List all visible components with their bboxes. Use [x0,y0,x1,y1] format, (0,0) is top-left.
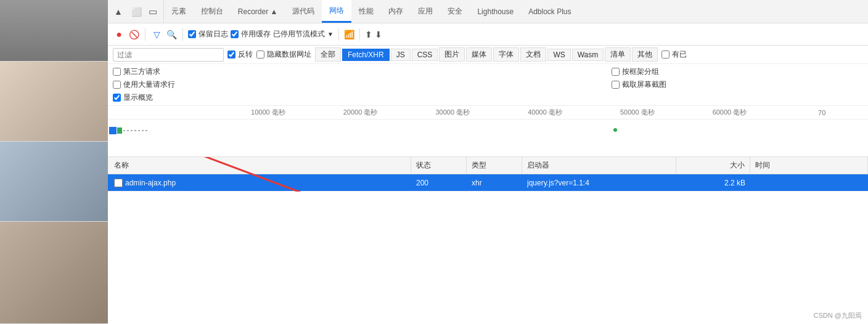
ruler-mark-1: 10000 毫秒 [222,108,314,117]
tab-network[interactable]: 网络 [322,0,351,23]
filter-btn-img[interactable]: 图片 [439,47,465,62]
tab-application[interactable]: 应用 [411,0,440,23]
inspect-icon[interactable]: ▭ [147,6,158,17]
third-party-option: 第三方请求 [113,67,365,77]
sidebar-thumb-1 [0,0,108,62]
filter-btn-font[interactable]: 字体 [493,47,519,62]
tab-source[interactable]: 源代码 [285,0,322,23]
filter-input[interactable] [113,48,224,62]
tab-security[interactable]: 安全 [440,0,470,23]
ruler-mark-3: 30000 毫秒 [406,108,499,117]
green-dot [613,128,617,132]
record-button[interactable]: ● [113,28,125,41]
hide-data-urls-checkbox[interactable]: 隐藏数据网址 [256,49,311,60]
tab-lighthouse[interactable]: Lighthouse [470,0,521,23]
tab-recorder[interactable]: Recorder ▲ [231,0,285,23]
top-nav: ▲ ⬜ ▭ 元素 控制台 Recorder ▲ 源代码 网络 性能 内存 应用 [108,0,868,23]
third-party-checkbox[interactable] [113,68,121,76]
filter-btn-media[interactable]: 媒体 [466,47,492,62]
large-rows-checkbox[interactable] [113,81,121,89]
bar-blue [109,127,117,134]
filter-btn-css[interactable]: CSS [412,49,438,61]
timeline-graph [108,119,868,156]
ruler-mark-2: 20000 毫秒 [314,108,407,117]
filter-button[interactable]: ▽ [150,28,163,41]
ruler-mark-6: 60000 毫秒 [684,108,776,117]
cursor-icon[interactable]: ⬜ [131,6,142,17]
filter-btn-fetch-xhr[interactable]: Fetch/XHR [342,49,390,61]
large-rows-option: 使用大量请求行 [113,79,365,90]
options-right-col: 按框架分组 截取屏幕截图 [365,67,864,103]
tab-console[interactable]: 控制台 [194,0,231,23]
filter-btn-js[interactable]: JS [391,49,411,61]
th-initiator: 启动器 [522,157,676,174]
nav-icon-group: ⬜ ▭ [126,0,164,23]
bar-green [117,128,122,134]
nav-arrow[interactable]: ▲ [110,7,126,17]
th-time: 时间 [750,157,868,174]
disable-cache-checkbox[interactable]: 停用缓存 [231,29,271,39]
filter-type-buttons: 全部 Fetch/XHR JS CSS 图片 媒体 字体 文档 WS Wasm … [315,47,687,62]
filter-btn-wasm[interactable]: Wasm [572,49,604,61]
td-time [750,174,868,191]
filter-btn-manifest[interactable]: 清单 [605,47,631,62]
network-table: 名称 状态 类型 启动器 大小 时间 admin-ajax.php 200 xh… [108,157,868,192]
filter-btn-doc[interactable]: 文档 [520,47,546,62]
group-by-frame-option: 按框架分组 [612,67,864,77]
has-blocked-checkbox[interactable]: 有已 [661,49,687,60]
tab-elements[interactable]: 元素 [164,0,194,23]
ruler-mark-7: 70 [776,109,868,116]
preserve-log-checkbox[interactable]: 保留日志 [188,29,228,39]
td-type: xhr [467,174,522,191]
screenshot-option: 截取屏幕截图 [612,79,864,90]
ruler-mark-4: 40000 毫秒 [499,108,591,117]
initiator-link[interactable]: jquery.js?ver=1.1:4 [527,179,589,187]
filter-btn-other[interactable]: 其他 [632,47,658,62]
tab-memory[interactable]: 内存 [381,0,411,23]
screenshot-checkbox[interactable] [612,81,620,89]
sidebar-thumb-3 [0,142,108,192]
td-status: 200 [411,174,467,191]
toolbar-sep-4 [359,28,360,41]
network-toolbar: ● 🚫 ▽ 🔍 保留日志 停用缓存 已停用节流模式 ▼ 📶 ⬆ ⬇ [108,23,868,46]
wifi-icon[interactable]: 📶 [344,30,354,39]
th-name: 名称 [109,157,411,174]
th-type: 类型 [467,157,522,174]
table-header: 名称 状态 类型 启动器 大小 时间 [108,157,868,174]
block-button[interactable]: 🚫 [128,28,140,41]
options-section: 第三方请求 使用大量请求行 显示概览 按框架分组 截取屏幕截图 [108,64,868,106]
invert-checkbox[interactable]: 反转 [227,49,253,60]
tab-adblock[interactable]: Adblock Plus [521,0,578,23]
options-left-col: 第三方请求 使用大量请求行 显示概览 [113,67,365,103]
toolbar-sep-1 [145,28,145,41]
sidebar-thumbnails [0,0,108,192]
toolbar-sep-3 [338,28,339,41]
th-status: 状态 [411,157,467,174]
filter-btn-ws[interactable]: WS [547,49,570,61]
table-row[interactable]: admin-ajax.php 200 xhr jquery.js?ver=1.1… [108,174,868,192]
download-icon[interactable]: ⬇ [375,30,382,39]
show-overview-option: 显示概览 [113,92,365,103]
upload-icon[interactable]: ⬆ [365,30,372,39]
bar-dotted [123,130,148,131]
throttle-select[interactable]: 已停用节流模式 ▼ [273,29,334,39]
td-size: 2.2 kB [676,174,750,191]
devtools-panel: ▲ ⬜ ▭ 元素 控制台 Recorder ▲ 源代码 网络 性能 内存 应用 [108,0,868,192]
group-by-frame-checkbox[interactable] [612,68,620,76]
search-button[interactable]: 🔍 [165,28,178,41]
filter-row: 反转 隐藏数据网址 全部 Fetch/XHR JS CSS 图片 媒体 字体 文… [108,46,868,64]
sidebar-thumb-2 [0,62,108,142]
toolbar-sep-2 [182,28,183,41]
tab-performance[interactable]: 性能 [351,0,381,23]
timeline-section: 10000 毫秒 20000 毫秒 30000 毫秒 40000 毫秒 5000… [108,106,868,157]
th-size: 大小 [676,157,750,174]
timeline-ruler: 10000 毫秒 20000 毫秒 30000 毫秒 40000 毫秒 5000… [108,106,868,119]
show-overview-checkbox[interactable] [113,94,121,102]
filter-btn-all[interactable]: 全部 [315,47,341,62]
row-checkbox[interactable] [114,179,123,187]
ruler-mark-5: 50000 毫秒 [591,108,684,117]
td-initiator: jquery.js?ver=1.1:4 [522,174,676,191]
td-name: admin-ajax.php [109,174,411,191]
